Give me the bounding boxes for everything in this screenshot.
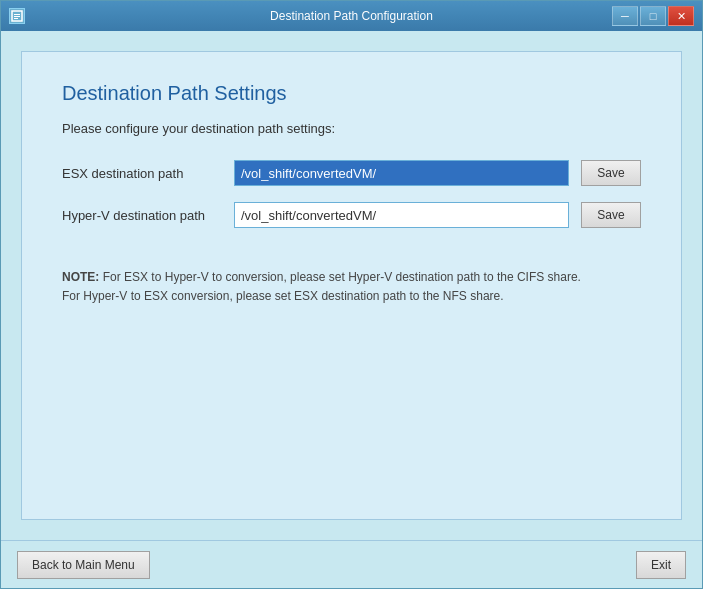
esx-destination-input[interactable] [234, 160, 569, 186]
svg-rect-2 [14, 16, 20, 17]
window-title: Destination Path Configuration [270, 9, 433, 23]
close-button[interactable]: ✕ [668, 6, 694, 26]
section-title: Destination Path Settings [62, 82, 641, 105]
svg-rect-3 [14, 18, 18, 19]
title-bar-controls: ─ □ ✕ [612, 6, 694, 26]
content-area: Destination Path Settings Please configu… [21, 51, 682, 520]
title-bar-left [9, 8, 25, 24]
app-icon [9, 8, 25, 24]
title-bar: Destination Path Configuration ─ □ ✕ [1, 1, 702, 31]
note-line1: For ESX to Hyper-V to conversion, please… [103, 270, 581, 284]
note-label: NOTE: [62, 270, 99, 284]
note-section: NOTE: For ESX to Hyper-V to conversion, … [62, 268, 641, 306]
minimize-button[interactable]: ─ [612, 6, 638, 26]
esx-save-button[interactable]: Save [581, 160, 641, 186]
hyperv-save-button[interactable]: Save [581, 202, 641, 228]
footer-bar: Back to Main Menu Exit [1, 540, 702, 588]
hyperv-destination-input[interactable] [234, 202, 569, 228]
hyperv-row: Hyper-V destination path Save [62, 202, 641, 228]
svg-rect-1 [14, 14, 20, 15]
note-line2: For Hyper-V to ESX conversion, please se… [62, 289, 504, 303]
main-window: Destination Path Configuration ─ □ ✕ Des… [0, 0, 703, 589]
exit-button[interactable]: Exit [636, 551, 686, 579]
maximize-button[interactable]: □ [640, 6, 666, 26]
esx-label: ESX destination path [62, 166, 222, 181]
hyperv-label: Hyper-V destination path [62, 208, 222, 223]
esx-row: ESX destination path Save [62, 160, 641, 186]
window-body: Destination Path Settings Please configu… [1, 31, 702, 540]
back-to-main-menu-button[interactable]: Back to Main Menu [17, 551, 150, 579]
section-description: Please configure your destination path s… [62, 121, 641, 136]
